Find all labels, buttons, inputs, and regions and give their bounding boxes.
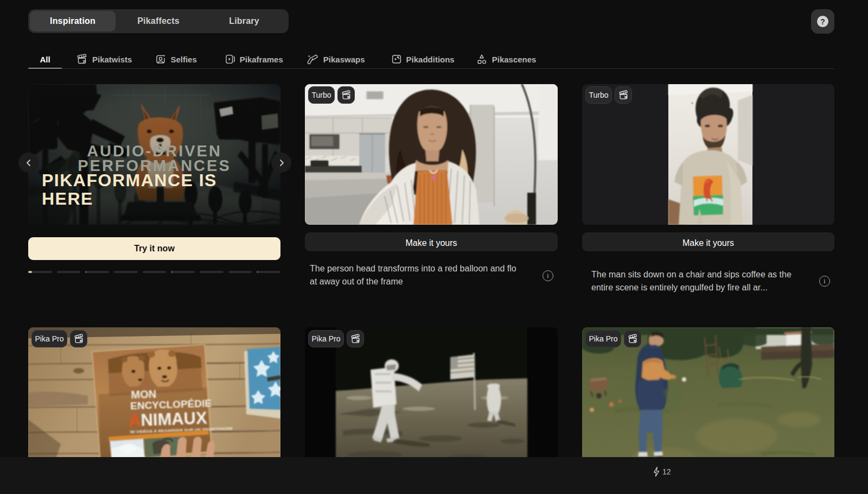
svg-text:MON: MON <box>131 388 156 401</box>
